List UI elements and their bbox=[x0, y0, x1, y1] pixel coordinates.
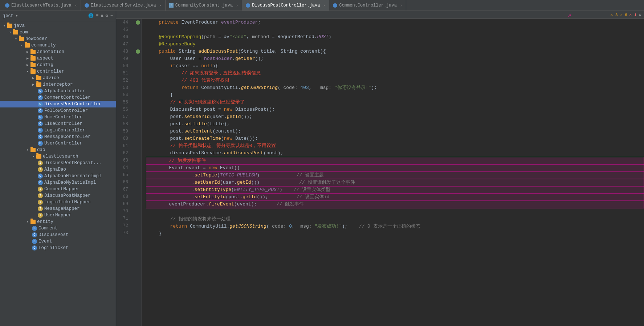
tree-item-java[interactable]: ▾ java bbox=[0, 23, 116, 29]
tree-label-advice: advice bbox=[43, 76, 59, 81]
tab-discuss-post-controller[interactable]: DiscussPostController.java ✕ bbox=[242, 0, 329, 11]
line-num-53: 53 bbox=[116, 84, 131, 91]
tree-item-comment[interactable]: C Comment bbox=[0, 225, 116, 232]
gear-icon[interactable]: ⚙ bbox=[106, 13, 108, 19]
tree-item-discuss-post-controller[interactable]: C DiscussPostController bbox=[0, 101, 116, 107]
code-line-47: @ResponseBody bbox=[147, 41, 644, 48]
line-num-48: 48 bbox=[116, 48, 131, 55]
code-lines[interactable]: private EventProducer eventProducer; @Re… bbox=[142, 19, 644, 326]
tree-item-entity[interactable]: ▾ entity bbox=[0, 219, 116, 225]
tree-item-alpha-hibernate[interactable]: C AlphaDaoHibernateImpl bbox=[0, 173, 116, 179]
c-icon-discuss-entity: C bbox=[32, 232, 37, 237]
sort-icon[interactable]: ⇅ bbox=[101, 13, 103, 19]
folder-icon-java bbox=[7, 24, 12, 28]
gutter-cell-46 bbox=[134, 33, 141, 41]
expand-icon[interactable]: ∧ bbox=[639, 12, 641, 17]
tree-item-like-controller[interactable]: C LikeController bbox=[0, 121, 116, 127]
tree-item-message-mapper[interactable]: I MessageMapper bbox=[0, 205, 116, 212]
tree-item-annotation[interactable]: ▶ annotation bbox=[0, 49, 116, 55]
tree-item-aspect[interactable]: ▶ aspect bbox=[0, 55, 116, 62]
tab-close-3[interactable]: ✕ bbox=[323, 3, 325, 8]
code-line-58: post.setTitle(title); bbox=[147, 121, 644, 128]
tree-item-event[interactable]: C Event bbox=[0, 238, 116, 245]
tab-elasticsearch-service[interactable]: ElasticsearchService.java ✕ bbox=[81, 0, 166, 11]
tab-icon-c bbox=[5, 3, 9, 8]
pink-arrow-indicator: ↗ bbox=[568, 12, 571, 19]
c-icon-message: C bbox=[38, 134, 43, 139]
tree-label-follow-controller: FollowController bbox=[44, 108, 88, 113]
tree-item-login-ticket[interactable]: C LoginTicket bbox=[0, 245, 116, 251]
tree-label-entity: entity bbox=[37, 219, 53, 224]
line-num-62: 62 bbox=[116, 150, 131, 157]
line-num-54: 54 bbox=[116, 91, 131, 99]
tree-item-dao[interactable]: ▾ dao bbox=[0, 147, 116, 153]
gutter-cell-65 bbox=[134, 171, 141, 179]
globe-icon[interactable]: 🌐 bbox=[88, 13, 94, 19]
gutter-cell-63 bbox=[134, 157, 141, 164]
folder-icon-aspect bbox=[30, 56, 36, 61]
tab-close-1[interactable]: ✕ bbox=[159, 3, 162, 8]
tab-close-2[interactable]: ✕ bbox=[236, 3, 238, 8]
gutter-cell-47 bbox=[134, 41, 141, 48]
folder-icon-advice bbox=[36, 76, 41, 80]
gutter-cell-49 bbox=[134, 55, 141, 62]
tree-item-message-controller[interactable]: C MessageController bbox=[0, 134, 116, 140]
line-num-57: 57 bbox=[116, 113, 131, 121]
tab-community-constant[interactable]: I CommunityConstant.java ✕ bbox=[166, 0, 242, 11]
tree-item-community[interactable]: ▾ community bbox=[0, 42, 116, 49]
minus-icon[interactable]: − bbox=[110, 13, 113, 19]
tab-comment-controller[interactable]: CommentController.java ✕ bbox=[329, 0, 406, 11]
code-line-54: } bbox=[147, 91, 644, 99]
tree-label-discuss-mapper: DiscussPostMapper bbox=[44, 193, 91, 198]
code-line-45 bbox=[147, 26, 644, 33]
tree-label-comment-controller: CommentController bbox=[44, 95, 91, 100]
tree-item-discuss-post[interactable]: C DiscussPost bbox=[0, 232, 116, 238]
line-num-59: 59 bbox=[116, 128, 131, 135]
tab-close-4[interactable]: ✕ bbox=[400, 3, 402, 8]
gutter-cell-48 bbox=[134, 48, 141, 55]
gutter-icon-48 bbox=[136, 49, 140, 54]
tree-item-alpha-mybatis[interactable]: C AlphaDaoMyBatisImpl bbox=[0, 179, 116, 186]
tab-close-0[interactable]: ✕ bbox=[75, 3, 77, 8]
tree-item-comment-controller[interactable]: C CommentController bbox=[0, 94, 116, 101]
folder-icon-config bbox=[30, 63, 36, 67]
tree-item-com[interactable]: ▾ com bbox=[0, 29, 116, 36]
tree-item-user-controller[interactable]: C UserController bbox=[0, 140, 116, 147]
tab-elasticsearch-tests[interactable]: ElasticsearchTests.java ✕ bbox=[1, 0, 81, 11]
code-line-53: return CommunityUtil.getJSONString( code… bbox=[147, 84, 644, 91]
error-badge[interactable]: ✕ 1 bbox=[629, 12, 637, 17]
tree-item-advice[interactable]: ▶ advice bbox=[0, 75, 116, 81]
tree-item-discuss-mapper[interactable]: I DiscussPostMapper bbox=[0, 192, 116, 199]
tree-item-alpha-dao[interactable]: I AlphaDao bbox=[0, 166, 116, 173]
line-num-52: 52 bbox=[116, 77, 131, 84]
warning-badge-2[interactable]: ⚠ 6 bbox=[620, 12, 627, 17]
tree-item-follow-controller[interactable]: C FollowController bbox=[0, 107, 116, 114]
tree-item-controller[interactable]: ▾ controller bbox=[0, 68, 116, 75]
gutter-cell-57 bbox=[134, 113, 141, 121]
line-num-68: 68 bbox=[116, 193, 131, 200]
tree-item-comment-mapper[interactable]: I CommentMapper bbox=[0, 186, 116, 192]
line-num-56: 56 bbox=[116, 106, 131, 113]
list-icon[interactable]: ≡ bbox=[96, 13, 98, 19]
code-line-63: // 触发发帖事件 bbox=[146, 157, 644, 164]
tree-item-user-mapper[interactable]: I UserMapper bbox=[0, 212, 116, 219]
line-num-47: 47 bbox=[116, 41, 131, 48]
tree-item-home-controller[interactable]: C HomeController bbox=[0, 114, 116, 121]
tree-item-login-ticket-mapper[interactable]: I LoginTicketMapper bbox=[0, 199, 116, 205]
i-icon-alpha-dao: I bbox=[38, 167, 43, 172]
tree-item-alpha-controller[interactable]: C AlphaController bbox=[0, 88, 116, 94]
tree-label-message-mapper: MessageMapper bbox=[44, 206, 80, 211]
folder-icon-elasticsearch bbox=[36, 154, 41, 159]
warning-badge-1[interactable]: ⚠ 3 bbox=[611, 12, 618, 17]
tree-label-interceptor: interceptor bbox=[43, 82, 73, 87]
line-num-50: 50 bbox=[116, 62, 131, 70]
tree-item-discuss-post-reposit[interactable]: I DiscussPostReposit... bbox=[0, 160, 116, 166]
c-icon-alpha-mybatis: C bbox=[38, 180, 43, 185]
tree-item-nowcoder[interactable]: ▾ nowcoder bbox=[0, 36, 116, 42]
tab-label-elasticsearch-service: ElasticsearchService.java bbox=[91, 3, 156, 8]
tree-item-interceptor[interactable]: ▶ interceptor bbox=[0, 81, 116, 88]
tree-item-elasticsearch[interactable]: ▾ elasticsearch bbox=[0, 153, 116, 160]
tree-item-config[interactable]: ▶ config bbox=[0, 62, 116, 68]
tree-item-login-controller[interactable]: C LoginController bbox=[0, 127, 116, 134]
code-content[interactable]: 4445464748495051525354555657585960616263… bbox=[116, 19, 644, 326]
